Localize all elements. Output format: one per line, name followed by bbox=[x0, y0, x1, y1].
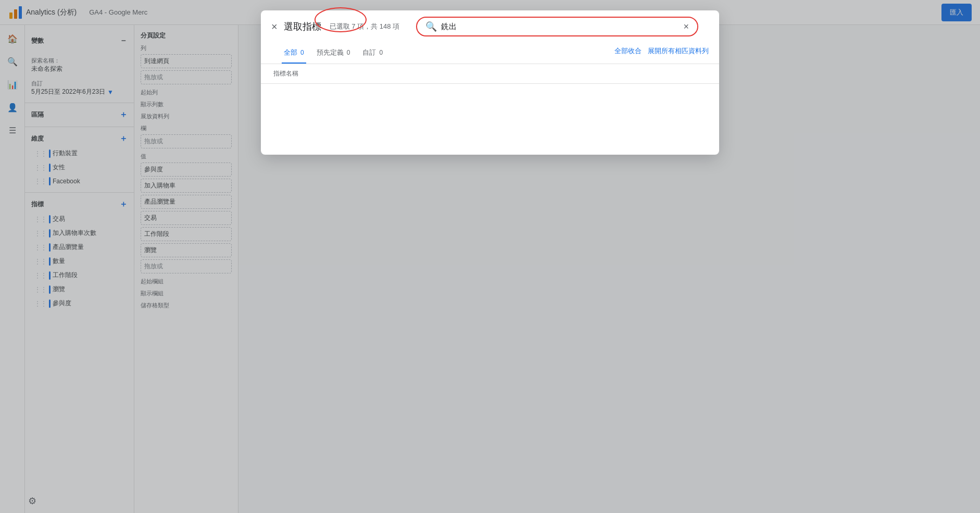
collapse-all-link[interactable]: 全部收合 bbox=[614, 46, 642, 56]
modal-count: 已選取 7 項，共 148 項 bbox=[330, 22, 399, 31]
metric-name-col-header: 指標名稱 bbox=[273, 70, 298, 77]
tab-custom-count: 0 bbox=[379, 49, 383, 56]
modal-overlay: × 選取指標 已選取 7 項，共 148 項 🔍 × 全部 0 預先定義 0 bbox=[0, 0, 980, 513]
tab-preset-label: 預先定義 bbox=[317, 48, 344, 57]
modal-top-row: × 選取指標 已選取 7 項，共 148 項 🔍 × bbox=[261, 10, 719, 36]
expand-all-link[interactable]: 展開所有相匹資料列 bbox=[648, 46, 709, 56]
tab-all-label: 全部 bbox=[284, 48, 297, 57]
modal-right-actions: 全部收合 展開所有相匹資料列 bbox=[614, 46, 709, 56]
tab-preset[interactable]: 預先定義 0 bbox=[315, 43, 353, 64]
tab-all-count: 0 bbox=[300, 49, 304, 56]
tab-custom[interactable]: 自訂 0 bbox=[360, 43, 385, 64]
modal-search-clear-button[interactable]: × bbox=[683, 21, 689, 32]
modal-empty-state bbox=[261, 84, 719, 155]
modal-search-icon: 🔍 bbox=[425, 21, 437, 32]
tab-custom-label: 自訂 bbox=[362, 48, 376, 57]
tab-all[interactable]: 全部 0 bbox=[282, 43, 306, 64]
modal-close-button[interactable]: × bbox=[271, 21, 278, 32]
modal-col-header: 指標名稱 bbox=[261, 64, 719, 84]
tab-preset-count: 0 bbox=[347, 49, 350, 56]
modal-search-bar: 🔍 × bbox=[416, 17, 698, 36]
select-metric-modal: × 選取指標 已選取 7 項，共 148 項 🔍 × 全部 0 預先定義 0 bbox=[261, 10, 719, 155]
modal-search-input[interactable] bbox=[441, 22, 679, 31]
modal-title: 選取指標 bbox=[284, 20, 321, 33]
modal-tabs-row: 全部 0 預先定義 0 自訂 0 全部收合 展開所有相匹資料列 bbox=[261, 39, 719, 64]
modal-body bbox=[261, 84, 719, 155]
modal-tabs: 全部 0 預先定義 0 自訂 0 bbox=[271, 43, 614, 64]
